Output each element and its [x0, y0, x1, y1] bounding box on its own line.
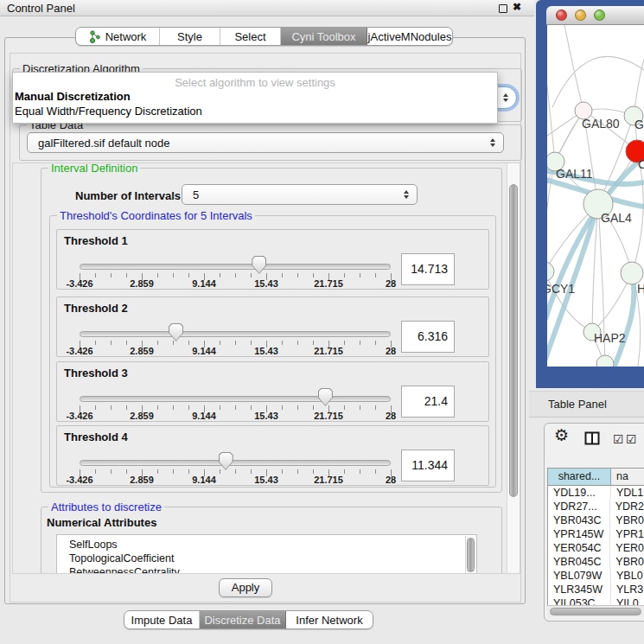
tab-select[interactable]: Select [220, 28, 281, 45]
tab-network[interactable]: Network [76, 28, 160, 45]
table-header-shared-name[interactable]: shared... [548, 469, 611, 485]
close-traffic-light-icon[interactable] [556, 10, 567, 21]
table-scrollbar-thumb[interactable] [550, 608, 641, 615]
threshold-value-field[interactable]: 14.713 [401, 253, 455, 285]
combo-spinner-icon [404, 190, 409, 199]
slider-tick [173, 405, 174, 410]
table-row[interactable]: YDL19...YDL1 [548, 486, 644, 500]
column-layout-icon[interactable] [584, 431, 600, 445]
slider-tick-label: 15.43 [254, 278, 278, 289]
list-item[interactable]: TopologicalCoefficient [57, 552, 476, 565]
float-window-icon[interactable] [499, 4, 507, 13]
table-cell-shared-name[interactable]: YER054C [548, 541, 610, 555]
slider-tick [220, 405, 220, 410]
slider-tick [282, 469, 283, 474]
threshold-slider-thumb[interactable] [169, 323, 183, 341]
attributes-list-scrollbar[interactable] [465, 536, 475, 574]
tab-infer-network[interactable]: Infer Network [286, 611, 373, 628]
slider-tick [95, 405, 96, 410]
threshold-slider-track[interactable] [80, 331, 391, 337]
table-data-combobox-value: galFiltered.sif default node [38, 137, 169, 150]
table-row[interactable]: YDR27...YDR2 [548, 500, 644, 513]
table-cell-shared-name[interactable]: YDR27... [548, 500, 610, 513]
network-node-gcy1[interactable] [547, 262, 554, 281]
table-horizontal-scrollbar[interactable] [547, 605, 644, 617]
table-row[interactable]: YLR345WYLR3 [548, 583, 644, 596]
gear-icon[interactable]: ⚙ [554, 427, 569, 443]
table-cell-name[interactable]: YPR1 [610, 527, 644, 541]
table-data-group: Table Data galFiltered.sif default node [19, 124, 522, 161]
slider-tick [235, 469, 236, 474]
number-of-intervals-combobox[interactable]: 5 [182, 184, 418, 205]
attributes-scrollbar-thumb[interactable] [467, 538, 475, 572]
table-cell-name[interactable]: YBR0 [610, 555, 644, 569]
slider-tick [95, 469, 96, 474]
settings-vertical-scrollbar[interactable] [507, 163, 520, 573]
checkbox-icon[interactable]: ☑ [626, 432, 637, 446]
slider-tick [111, 469, 112, 474]
number-of-intervals-value: 5 [193, 188, 199, 201]
slider-tick [313, 273, 314, 277]
table-cell-shared-name[interactable]: YLR345W [548, 583, 611, 596]
table-cell-name[interactable]: YER0 [610, 541, 644, 555]
tab-discretize-data[interactable]: Discretize Data [200, 611, 286, 628]
table-row[interactable]: YBR043CYBR0 [548, 513, 644, 527]
table-cell-shared-name[interactable]: YBR043C [548, 513, 610, 527]
table-header-name[interactable]: na [611, 469, 644, 485]
table-cell-shared-name[interactable]: YPR145W [548, 527, 610, 541]
threshold-slider-thumb[interactable] [219, 452, 233, 470]
network-node[interactable] [596, 355, 614, 367]
threshold-slider-thumb[interactable] [252, 256, 266, 274]
network-canvas[interactable]: GAL80GACGAL11GAL4GCY1HHAP2 [547, 25, 644, 367]
table-row[interactable]: YBL079WYBL0 [548, 569, 644, 583]
table-data-combobox[interactable]: galFiltered.sif default node [27, 132, 504, 153]
threshold-slider-thumb[interactable] [318, 388, 333, 406]
algorithm-option-equal-width[interactable]: Equal Width/Frequency Discretization [15, 105, 202, 118]
close-icon[interactable]: ✖ [513, 1, 521, 13]
tab-style[interactable]: Style [160, 28, 220, 45]
threshold-slider-track[interactable] [80, 460, 391, 466]
threshold-value-field[interactable]: 11.344 [401, 450, 455, 481]
slider-tick-label: 15.43 [254, 346, 278, 356]
slider-tick [375, 469, 376, 474]
slider-tick-label: -3.426 [66, 278, 92, 289]
table-header-row: shared... na [548, 469, 644, 486]
table-cell-shared-name[interactable]: YBL079W [548, 569, 611, 583]
minimize-traffic-light-icon[interactable] [575, 10, 586, 21]
threshold-slider-track[interactable] [80, 396, 391, 402]
apply-button[interactable]: Apply [219, 578, 272, 597]
algorithm-option-manual[interactable]: Manual Discretization [15, 90, 131, 103]
table-cell-name[interactable]: YDL1 [611, 486, 644, 500]
thresholds-group: Threshold's Coordinates for 5 Intervals … [49, 215, 496, 488]
table-cell-name[interactable]: YBL0 [611, 569, 644, 583]
zoom-traffic-light-icon[interactable] [594, 10, 605, 21]
attributes-group-title: Attributes to discretize [48, 501, 164, 513]
table-row[interactable]: YER054CYER0 [548, 541, 644, 555]
tab-cyni-toolbox[interactable]: Cyni Toolbox [281, 28, 367, 45]
threshold-slider-track[interactable] [80, 264, 391, 270]
list-item[interactable]: BetweennessCentrality [57, 565, 476, 574]
table-row[interactable]: YPR145WYPR1 [548, 527, 644, 541]
threshold-value-field[interactable]: 6.316 [401, 321, 455, 353]
slider-tick [157, 405, 158, 410]
table-cell-name[interactable]: YDR2 [610, 500, 644, 513]
slider-tick [95, 341, 96, 345]
tab-jactivemnodules[interactable]: jActiveMNodules [367, 28, 452, 45]
table-cell-shared-name[interactable]: YBR045C [548, 555, 610, 569]
slider-tick-label: 28 [386, 346, 396, 356]
table-cell-name[interactable]: YBR0 [610, 513, 644, 527]
tab-label: Style [177, 30, 202, 43]
settings-scrollbar-thumb[interactable] [509, 184, 518, 497]
table-row[interactable]: YBR045CYBR0 [548, 555, 644, 569]
threshold-panel: Threshold 2-3.4262.8599.14415.4321.71528… [56, 296, 489, 357]
table-panel-title: Table Panel [548, 392, 607, 418]
table-cell-name[interactable]: YLR3 [611, 583, 644, 596]
checkbox-icon[interactable]: ☑ [613, 432, 624, 446]
slider-tick [375, 405, 376, 410]
slider-tick [126, 341, 127, 345]
list-item[interactable]: SelfLoops [57, 538, 476, 552]
slider-tick-label: 9.144 [192, 346, 216, 356]
table-cell-shared-name[interactable]: YDL19... [548, 486, 611, 500]
threshold-value-field[interactable]: 21.4 [401, 386, 455, 418]
tab-impute-data[interactable]: Impute Data [124, 611, 200, 628]
